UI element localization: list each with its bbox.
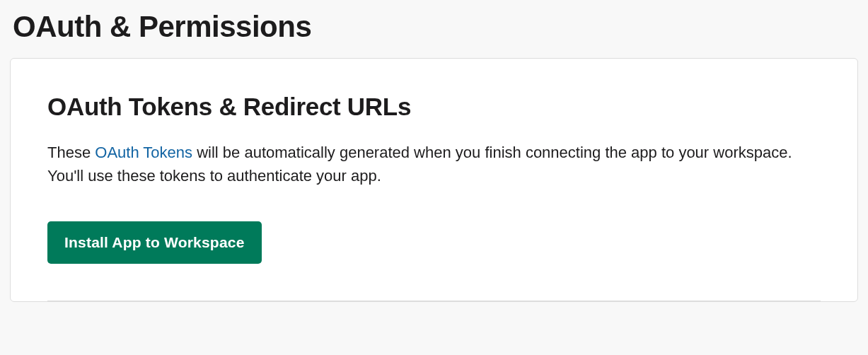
page-header: OAuth & Permissions	[0, 0, 868, 58]
section-divider	[47, 301, 821, 301]
page-title: OAuth & Permissions	[13, 10, 855, 44]
install-app-button[interactable]: Install App to Workspace	[47, 221, 262, 264]
description-text-prefix: These	[47, 144, 95, 161]
oauth-tokens-link[interactable]: OAuth Tokens	[95, 144, 192, 161]
section-title: OAuth Tokens & Redirect URLs	[47, 93, 821, 121]
oauth-tokens-card: OAuth Tokens & Redirect URLs These OAuth…	[10, 58, 858, 302]
section-description: These OAuth Tokens will be automatically…	[47, 141, 818, 187]
